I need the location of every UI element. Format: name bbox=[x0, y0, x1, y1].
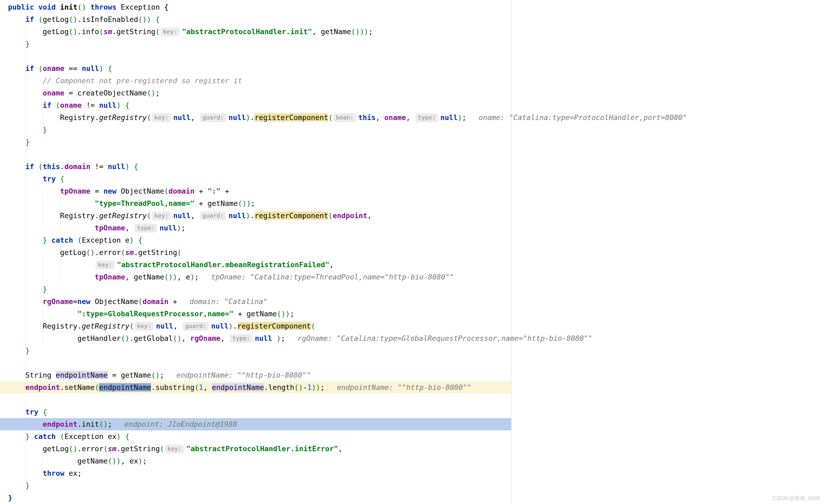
code-token: endpoint bbox=[333, 211, 367, 220]
param-hint-chip: type: bbox=[415, 113, 438, 122]
code-token: ()) bbox=[238, 199, 251, 207]
inline-debug-value: domain: "Catalina" bbox=[189, 297, 268, 306]
code-token: null bbox=[173, 113, 190, 122]
code-token bbox=[34, 64, 39, 72]
code-token: tpOname bbox=[95, 224, 125, 232]
code-token: () bbox=[77, 3, 86, 11]
code-token: { bbox=[125, 432, 129, 441]
code-token: ) bbox=[458, 113, 462, 122]
code-token: ; bbox=[156, 89, 160, 97]
code-token: ; bbox=[142, 457, 147, 465]
code-token: , bbox=[367, 211, 372, 220]
inline-debug-value: rgOname: "Catalina:type=GlobalRequestPro… bbox=[297, 334, 592, 342]
code-token: = getName bbox=[108, 371, 151, 379]
code-area: public void init() throws Exception { if… bbox=[0, 1, 826, 504]
code-line: getHandler().getGlobal(), rgOname, type:… bbox=[0, 332, 826, 344]
code-token: ( bbox=[138, 297, 142, 306]
code-token: = bbox=[73, 297, 77, 306]
code-token: ":" bbox=[208, 187, 221, 195]
watermark: CSDN @黄袈_8888 bbox=[773, 495, 820, 502]
code-token: sm bbox=[104, 27, 112, 36]
code-token bbox=[8, 138, 25, 146]
code-token: } bbox=[25, 432, 30, 441]
code-token bbox=[121, 432, 125, 441]
code-token: ; bbox=[108, 420, 112, 428]
occurrence-token: endpointName bbox=[212, 383, 264, 391]
code-token: , bbox=[203, 383, 212, 391]
code-token: , bbox=[330, 260, 334, 269]
code-token: oname bbox=[60, 101, 82, 109]
code-token: ()) bbox=[138, 15, 151, 23]
code-token: .isInfoEnabled bbox=[77, 15, 138, 23]
code-line: try { bbox=[0, 173, 826, 185]
code-token: , bbox=[190, 211, 199, 220]
code-token: getRegistry bbox=[99, 211, 147, 220]
code-line: getLog().error(sm.getString( bbox=[0, 246, 826, 259]
code-line: } bbox=[0, 38, 826, 50]
code-token bbox=[39, 408, 43, 416]
code-token: , bbox=[338, 445, 342, 453]
code-token: ( bbox=[121, 248, 125, 257]
code-token: , ex bbox=[121, 457, 138, 465]
code-token: () bbox=[147, 89, 156, 97]
code-line: tpOname, getName()), e);tpOname: "Catali… bbox=[0, 271, 826, 283]
code-token: .init bbox=[77, 420, 99, 428]
code-token: .error bbox=[95, 248, 121, 257]
code-token bbox=[8, 285, 43, 293]
code-token: ObjectName bbox=[116, 187, 164, 195]
code-token bbox=[272, 334, 277, 342]
param-hint-chip: key: bbox=[134, 322, 154, 331]
code-token: ) bbox=[246, 113, 250, 122]
code-token: null bbox=[173, 211, 190, 220]
code-token: ; bbox=[368, 27, 373, 36]
param-hint-chip: key: bbox=[152, 113, 171, 122]
code-token: .substring bbox=[151, 383, 194, 391]
code-token: this bbox=[358, 113, 376, 122]
code-token: , bbox=[406, 113, 415, 122]
code-token: "type=ThreadPool,name=" bbox=[95, 199, 194, 207]
code-token: ) bbox=[116, 101, 121, 109]
code-token: .getString bbox=[116, 445, 160, 453]
code-token: ) bbox=[129, 236, 134, 244]
code-token: ; bbox=[462, 113, 466, 122]
param-hint-chip: type: bbox=[230, 334, 252, 343]
code-token: ()) bbox=[108, 457, 121, 465]
code-token: )) bbox=[312, 383, 320, 391]
code-token bbox=[8, 432, 25, 441]
code-token: if bbox=[25, 15, 34, 23]
code-editor[interactable]: public void init() throws Exception { if… bbox=[0, 0, 826, 504]
code-token: null bbox=[211, 322, 228, 330]
code-token: try bbox=[25, 408, 39, 416]
code-token: ; bbox=[181, 224, 185, 232]
code-token: null bbox=[440, 113, 458, 122]
code-line: String endpointName = getName();endpoint… bbox=[0, 369, 826, 381]
code-token bbox=[56, 175, 60, 183]
code-token: { bbox=[125, 101, 129, 109]
code-token: () bbox=[121, 334, 130, 342]
code-token: ( bbox=[177, 248, 181, 257]
code-token: != bbox=[91, 163, 108, 171]
code-token: throw bbox=[43, 469, 64, 477]
code-token bbox=[8, 260, 95, 269]
highlighted-usage-token: registerComponent bbox=[237, 322, 311, 330]
code-token bbox=[8, 310, 77, 318]
code-token: getRegistry bbox=[99, 113, 147, 122]
code-token bbox=[8, 89, 43, 97]
code-token: getLog bbox=[8, 445, 69, 453]
code-token: { bbox=[108, 64, 112, 72]
code-token: ) bbox=[228, 322, 233, 330]
code-line: // Component not pre-registered so regis… bbox=[0, 75, 826, 87]
code-line: oname = createObjectName(); bbox=[0, 87, 826, 99]
code-token: .getGlobal bbox=[129, 334, 173, 342]
code-token: null bbox=[156, 322, 173, 330]
code-token bbox=[56, 3, 60, 11]
code-line: if (oname != null) { bbox=[0, 99, 826, 112]
code-token: } bbox=[43, 285, 47, 293]
code-token: ( bbox=[77, 236, 82, 244]
code-token bbox=[47, 236, 51, 244]
code-token: tpOname bbox=[95, 273, 125, 281]
code-line: } bbox=[0, 492, 826, 504]
code-token: ( bbox=[147, 113, 151, 122]
code-line: } bbox=[0, 283, 826, 296]
code-token: + bbox=[169, 297, 177, 306]
